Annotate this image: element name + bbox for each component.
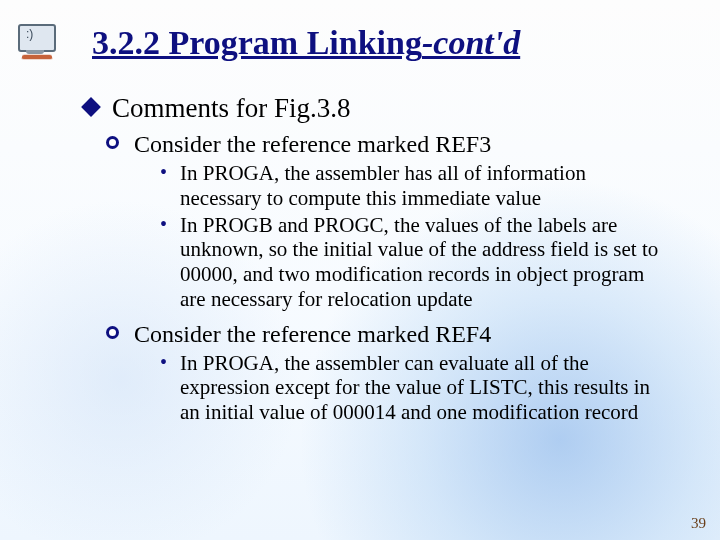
circle-bullet-icon xyxy=(106,136,119,149)
level1-item: Comments for Fig.3.8 xyxy=(84,92,680,124)
level2-item: Consider the reference marked REF3 xyxy=(106,130,680,159)
level2-text: Consider the reference marked REF3 xyxy=(134,131,491,157)
title-suffix: -cont'd xyxy=(422,24,520,61)
level2-text: Consider the reference marked REF4 xyxy=(134,321,491,347)
level3-list: In PROGA, the assembler has all of infor… xyxy=(156,161,680,312)
level3-item: In PROGA, the assembler has all of infor… xyxy=(176,161,670,211)
circle-bullet-icon xyxy=(106,326,119,339)
slide-body: Comments for Fig.3.8 Consider the refere… xyxy=(84,92,680,433)
slide-title: 3.2.2 Program Linking-cont'd xyxy=(92,24,520,62)
level3-item: In PROGB and PROGC, the values of the la… xyxy=(176,213,670,312)
slide: 3.2.2 Program Linking-cont'd Comments fo… xyxy=(0,0,720,540)
title-main: 3.2.2 Program Linking xyxy=(92,24,422,61)
level1-text: Comments for Fig.3.8 xyxy=(112,93,351,123)
level3-item: In PROGA, the assembler can evaluate all… xyxy=(176,351,670,425)
page-number: 39 xyxy=(691,515,706,532)
level3-list: In PROGA, the assembler can evaluate all… xyxy=(156,351,680,425)
diamond-bullet-icon xyxy=(81,97,101,117)
level2-item: Consider the reference marked REF4 xyxy=(106,320,680,349)
computer-icon xyxy=(18,18,64,56)
